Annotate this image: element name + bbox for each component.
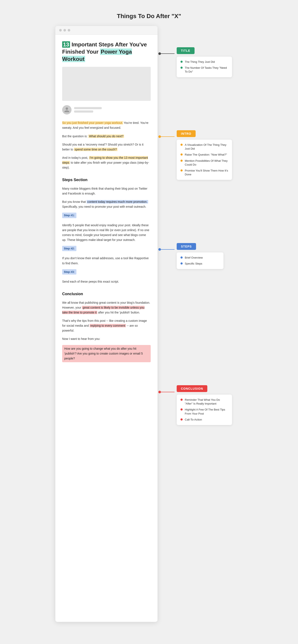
article-body: So you just finished your power yoga wor… [62,120,151,366]
page-layout: Things To Do After "X" 13 Important Step… [0,0,298,622]
annotations-area: TITLE The Thing They Just Did The Number… [158,26,285,622]
conclusion-heading: Conclusion [62,291,151,297]
conclusion-highlight-2: replying to every comment [90,324,126,327]
conclusion-item-1: Reminder That What You Do "After" Is Rea… [180,398,228,406]
step1-text: Identify 5 people that would enjoy readi… [62,223,151,242]
intro-para-4: And in today's post, I'm going to show y… [62,155,151,170]
steps-para-2: But you know that content today requires… [62,200,151,209]
browser-window: 13 Important Steps After You've Finished… [55,26,158,622]
intro-dot-3 [180,160,183,162]
intro-highlight-2: What should you do next? [88,134,124,138]
steps-tag: STEPS [177,243,196,250]
intro-item-4: Promise You'll Show Them How It's Done [180,169,228,176]
browser-dot-3 [68,29,70,32]
intro-para-1: So you just finished your power yoga wor… [62,120,151,130]
intro-annotation-block: INTRO A Visualization Of The Thing They … [177,130,232,180]
conclusion-cta: How are you going to change what you do … [62,345,151,362]
browser-bar [55,26,158,35]
intro-para-3: Should you eat a 'recovery meal'? Should… [62,142,151,152]
conclusion-tag: CONCLUSION [177,385,207,392]
conclusion-dot-1 [180,398,183,401]
article-title: 13 Important Steps After You've Finished… [62,41,151,62]
intro-card: A Visualization Of The Thing They Just D… [177,140,232,180]
svg-point-7 [158,391,161,393]
conclusion-card: Reminder That What You Do "After" Is Rea… [177,394,232,425]
step3-label: Step #3: [62,269,151,276]
step3-badge: Step #3: [62,269,76,274]
author-row [62,105,151,114]
conclusion-item-2: Highlight A Few Of The Best Tips From Yo… [180,408,228,416]
intro-dot-2 [180,154,183,156]
svg-point-3 [158,135,161,138]
conclusion-para-2: That's why the tips from this post -- li… [62,318,151,333]
steps-item-1: Brief Overview [180,256,220,260]
steps-heading: Steps Section [62,177,151,183]
svg-point-5 [158,248,161,251]
step2-label: Step #2: [62,246,151,252]
author-line-1 [74,107,102,109]
avatar [62,105,72,114]
title-number: 13 [62,41,70,48]
title-annotation-block: TITLE The Thing They Just Did The Number… [177,47,232,77]
author-line-2 [74,110,93,112]
connectors-svg [158,26,285,622]
intro-item-3: Mention Possibilities Of What They Could… [180,159,228,167]
title-item-1: The Thing They Just Did [180,60,228,64]
intro-dot-4 [180,170,183,172]
steps-para-1: Many rookie bloggers think that sharing … [62,186,151,196]
intro-highlight-1: So you just finished your power yoga wor… [62,121,123,124]
browser-dot-1 [59,29,62,32]
title-card: The Thing They Just Did The Number Of Ta… [177,56,232,77]
conclusion-item-3: Call-To-Action [180,418,228,422]
conclusion-para-1: We all know that publishing great conten… [62,300,151,315]
intro-item-2: Raise The Question: "Now What?" [180,153,228,157]
intro-dot-1 [180,144,183,146]
conclusion-dot-2 [180,408,183,410]
title-dot-1 [180,61,183,63]
step1-label: Step #1: [62,212,151,219]
conclusion-annotation-block: CONCLUSION Reminder That What You Do "Af… [177,385,232,425]
page-title: Things To Do After "X" [0,4,298,26]
steps-card: Brief Overview Specific Steps [177,252,224,269]
intro-tag: INTRO [177,130,196,137]
author-lines [74,107,102,112]
svg-point-1 [158,52,161,55]
title-dot-2 [180,66,183,69]
avatar-icon [64,107,70,113]
steps-item-2: Specific Steps [180,262,220,266]
title-tag: TITLE [177,47,194,54]
steps-dot-2 [180,262,183,264]
step2-badge: Step #2: [62,246,76,251]
steps-annotation-block: STEPS Brief Overview Specific Steps [177,243,224,269]
featured-image [62,67,151,101]
step1-badge: Step #1: [62,212,76,218]
intro-item-1: A Visualization Of The Thing They Just D… [180,143,228,151]
conclusion-para-3: Now I want to hear from you: [62,336,151,341]
browser-dot-2 [64,29,66,32]
intro-para-2: But the question is: What should you do … [62,134,151,139]
title-item-2: The Number Of Tasks They "Need To Do" [180,66,228,74]
browser-content: 13 Important Steps After You've Finished… [55,35,158,374]
steps-dot-1 [180,256,183,258]
intro-highlight-3: spend some time on the couch? [74,148,117,151]
conclusion-dot-3 [180,418,183,420]
steps-highlight: content today requires much more promoti… [87,200,148,204]
step3-text: Send each of these peeps this exact scri… [62,279,151,284]
step2-text: If you don't know their email addresses,… [62,256,151,266]
